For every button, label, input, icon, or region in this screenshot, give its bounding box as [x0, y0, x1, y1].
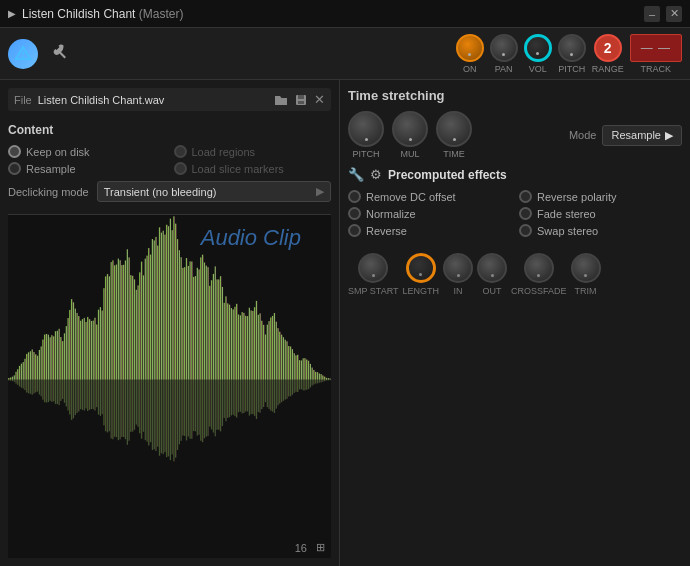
- svg-rect-279: [252, 380, 254, 414]
- svg-rect-312: [283, 337, 285, 379]
- svg-rect-36: [35, 354, 37, 379]
- svg-rect-361: [326, 380, 328, 381]
- normalize-option[interactable]: Normalize: [348, 207, 511, 220]
- svg-rect-227: [205, 380, 207, 437]
- svg-rect-241: [218, 380, 220, 430]
- svg-rect-177: [161, 380, 163, 454]
- svg-rect-172: [157, 246, 159, 380]
- svg-rect-109: [100, 380, 102, 416]
- svg-rect-87: [80, 380, 82, 409]
- open-folder-button[interactable]: [274, 93, 288, 107]
- load-slice-markers-option[interactable]: Load slice markers: [174, 162, 332, 175]
- reverse-polarity-option[interactable]: Reverse polarity: [519, 190, 682, 203]
- svg-rect-8: [10, 378, 12, 380]
- fade-stereo-option[interactable]: Fade stereo: [519, 207, 682, 220]
- svg-rect-268: [243, 313, 245, 380]
- save-file-button[interactable]: [294, 93, 308, 107]
- svg-rect-108: [100, 307, 102, 379]
- svg-rect-277: [250, 380, 252, 415]
- pc-grid: Remove DC offset Reverse polarity Normal…: [348, 190, 682, 237]
- load-regions-radio[interactable]: [174, 145, 187, 158]
- svg-rect-287: [259, 380, 261, 413]
- svg-rect-260: [236, 304, 238, 380]
- resample-label: Resample: [26, 163, 76, 175]
- svg-rect-106: [98, 310, 100, 380]
- ts-mul-label: MUL: [400, 149, 419, 159]
- remove-dc-offset-radio[interactable]: [348, 190, 361, 203]
- svg-rect-295: [266, 380, 268, 407]
- keep-on-disk-option[interactable]: Keep on disk: [8, 145, 166, 158]
- load-regions-option[interactable]: Load regions: [174, 145, 332, 158]
- keep-on-disk-radio[interactable]: [8, 145, 21, 158]
- track-button[interactable]: — —: [630, 34, 682, 62]
- svg-rect-337: [304, 380, 306, 391]
- minimize-button[interactable]: –: [644, 6, 660, 22]
- ts-mul-knob[interactable]: [392, 111, 428, 147]
- svg-rect-57: [53, 380, 55, 402]
- svg-rect-236: [214, 266, 216, 379]
- ts-pitch-knob[interactable]: [348, 111, 384, 147]
- close-file-button[interactable]: ✕: [314, 92, 325, 107]
- out-knob[interactable]: [477, 253, 507, 283]
- crossfade-knob[interactable]: [524, 253, 554, 283]
- svg-rect-61: [56, 380, 58, 404]
- on-knob[interactable]: [456, 34, 484, 62]
- svg-rect-301: [272, 380, 274, 412]
- svg-rect-142: [130, 275, 132, 380]
- svg-rect-34: [33, 352, 35, 380]
- reverse-radio[interactable]: [348, 224, 361, 237]
- smp-start-group: SMP START: [348, 253, 399, 296]
- svg-rect-20: [21, 364, 23, 380]
- reverse-polarity-radio[interactable]: [519, 190, 532, 203]
- svg-rect-116: [107, 274, 109, 380]
- svg-rect-193: [175, 380, 177, 458]
- reverse-label: Reverse: [366, 225, 407, 237]
- svg-rect-205: [186, 380, 188, 441]
- declicking-select[interactable]: Transient (no bleeding) ▶: [97, 181, 331, 202]
- pc-gear-icon: ⚙: [370, 167, 382, 182]
- in-knob[interactable]: [443, 253, 473, 283]
- fade-stereo-radio[interactable]: [519, 207, 532, 220]
- svg-rect-128: [117, 259, 119, 380]
- pitch-knob[interactable]: [558, 34, 586, 62]
- trim-knob[interactable]: [571, 253, 601, 283]
- svg-rect-204: [186, 258, 188, 380]
- wrench-icon[interactable]: [48, 42, 68, 66]
- svg-rect-264: [239, 315, 241, 379]
- ts-mode-dropdown[interactable]: Resample ▶: [602, 125, 682, 146]
- svg-rect-202: [184, 267, 186, 379]
- length-knob[interactable]: [406, 253, 436, 283]
- swap-stereo-option[interactable]: Swap stereo: [519, 224, 682, 237]
- vol-knob[interactable]: [524, 34, 552, 62]
- load-slice-markers-radio[interactable]: [174, 162, 187, 175]
- svg-rect-160: [146, 256, 148, 380]
- svg-rect-16: [17, 369, 19, 379]
- title-controls: – ✕: [644, 6, 682, 22]
- svg-rect-83: [76, 380, 78, 413]
- svg-rect-114: [105, 276, 107, 379]
- pc-header: 🔧 ⚙ Precomputed effects: [348, 167, 682, 182]
- resample-radio[interactable]: [8, 162, 21, 175]
- svg-rect-178: [162, 231, 164, 380]
- svg-rect-362: [327, 378, 329, 380]
- svg-rect-158: [144, 259, 146, 380]
- reverse-option[interactable]: Reverse: [348, 224, 511, 237]
- svg-rect-341: [308, 380, 310, 389]
- svg-rect-285: [257, 380, 259, 412]
- normalize-radio[interactable]: [348, 207, 361, 220]
- svg-rect-151: [137, 380, 139, 427]
- waveform-counter: 16: [295, 542, 307, 554]
- svg-rect-91: [83, 380, 85, 411]
- swap-stereo-radio[interactable]: [519, 224, 532, 237]
- pan-knob[interactable]: [490, 34, 518, 62]
- svg-rect-50: [47, 335, 49, 380]
- close-button[interactable]: ✕: [666, 6, 682, 22]
- svg-rect-219: [198, 380, 200, 435]
- remove-dc-offset-option[interactable]: Remove DC offset: [348, 190, 511, 203]
- range-number[interactable]: 2: [594, 34, 622, 62]
- waveform-expand-icon[interactable]: ⊞: [316, 541, 325, 554]
- svg-rect-153: [139, 380, 141, 434]
- smp-start-knob[interactable]: [358, 253, 388, 283]
- resample-option[interactable]: Resample: [8, 162, 166, 175]
- ts-time-knob[interactable]: [436, 111, 472, 147]
